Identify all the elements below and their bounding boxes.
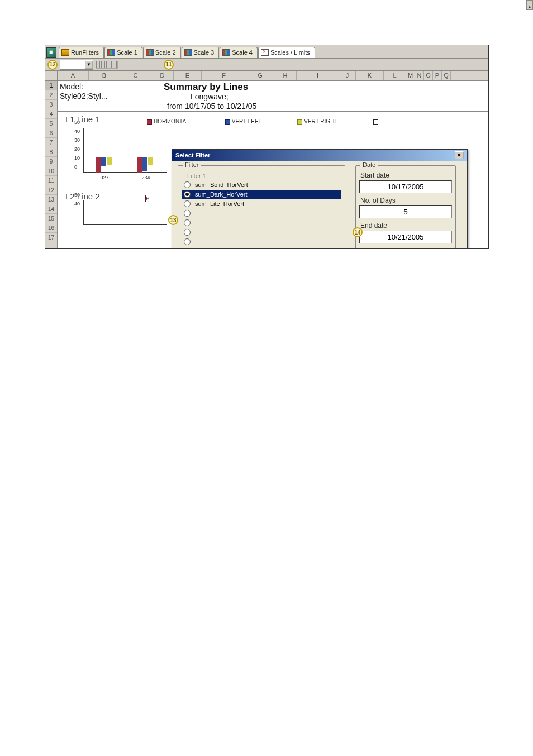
filter-option[interactable]: sum_Solid_HorVert [182,180,341,189]
ytick: 50 [74,192,80,198]
model-label: Model: [60,82,83,91]
ytick: 20 [74,146,80,152]
chart2-axes [83,200,167,225]
filter-option[interactable] [182,218,341,227]
dialog-titlebar[interactable]: Select Filter ✕ [172,150,467,161]
callout-11: 11 [164,60,174,70]
days-input[interactable]: 5 [359,205,452,218]
dialog-title-text: Select Filter [175,152,210,159]
chart-icon [222,49,230,56]
scroll-up-button[interactable]: —▲ [526,0,533,10]
filter-option[interactable]: sum_Lite_HorVert [182,199,341,208]
tab-label: Scale 3 [194,49,215,56]
tab-label: Scales / Limits [270,49,310,56]
bar-vert-right [107,157,112,165]
row-header[interactable]: 1 [45,81,57,90]
col-header[interactable]: E [174,71,202,80]
row-header[interactable]: 7 [45,138,57,147]
col-header[interactable]: K [356,71,384,80]
chart-icon [146,49,154,56]
dialog-body: Filter Filter 1 sum_Solid_HorVert sum_Da… [172,161,467,248]
col-header[interactable]: Q [442,71,451,80]
start-date-input[interactable]: 10/17/2005 [359,180,452,193]
row-header[interactable]: 11 [45,176,57,185]
col-header[interactable]: P [433,71,442,80]
funnel-icon [61,49,69,56]
filter-option[interactable]: sum_Dark_HorVert [182,190,341,199]
row-header[interactable]: 17 [45,233,57,242]
col-header[interactable]: O [424,71,433,80]
row-header[interactable]: 15 [45,214,57,223]
row-header[interactable]: 3 [45,100,57,109]
tab-scale3[interactable]: Scale 3 [182,47,220,58]
tab-label: Scale 2 [155,49,176,56]
col-header[interactable]: M [406,71,415,80]
radio-icon [184,200,191,207]
row-header[interactable]: 13 [45,195,57,204]
filter-option[interactable] [182,237,341,246]
filter-fieldset: Filter Filter 1 sum_Solid_HorVert sum_Da… [178,165,345,248]
toolbar-dropdown[interactable]: ▼ [60,60,93,70]
col-header[interactable]: J [339,71,356,80]
filter-option[interactable] [182,228,341,237]
col-header[interactable]: B [89,71,120,80]
tab-bar: ▣ RunFilters Scale 1 Scale 2 Scale 3 Sca… [45,45,488,59]
tab-scales-limits[interactable]: Scales / Limits [258,47,315,58]
select-filter-dialog: Select Filter ✕ Filter Filter 1 sum_Soli… [172,149,468,248]
tab-label: Scale 1 [117,49,137,56]
tab-runfilters[interactable]: RunFilters [59,47,104,58]
row-header[interactable]: 2 [45,90,57,100]
bar-horizontal [137,157,142,173]
toolbar-grip[interactable] [96,61,118,69]
col-header[interactable]: G [246,71,274,80]
radio-icon [184,191,191,198]
col-header[interactable]: I [297,71,339,80]
callout-13: 13 [168,215,178,225]
chart-icon [107,49,115,56]
app-window: ▣ RunFilters Scale 1 Scale 2 Scale 3 Sca… [45,45,489,249]
col-header[interactable]: F [202,71,246,80]
row-header[interactable]: 9 [45,157,57,166]
col-header[interactable]: C [120,71,151,80]
filter-option[interactable] [182,209,341,218]
col-header[interactable]: D [151,71,174,80]
end-date-input[interactable]: 10/21/2005 [359,231,452,243]
select-all-corner[interactable] [45,71,58,80]
row-header[interactable]: 12 [45,185,57,195]
style-value: Style02;Styl... [60,92,108,101]
chart1-legend: HORIZONTAL VERT LEFT VERT RIGHT [147,118,380,125]
col-header[interactable]: L [384,71,406,80]
row-header[interactable]: 4 [45,109,57,119]
tab-scale1[interactable]: Scale 1 [104,47,142,58]
summary-title: Summary by Lines [164,82,248,93]
col-header[interactable]: A [58,71,89,80]
close-button[interactable]: ✕ [455,151,464,159]
col-header[interactable]: N [415,71,424,80]
row-header[interactable]: 5 [45,119,57,128]
app-menu-icon[interactable]: ▣ [46,47,56,58]
tab-label: RunFilters [71,49,99,56]
end-date-label: End date [360,222,452,229]
callout-12: 12 [47,60,58,70]
bar-vert-right [148,157,153,165]
row-header[interactable]: 16 [45,223,57,233]
limits-icon [261,49,269,56]
chevron-down-icon: ▼ [85,61,93,69]
bar-horizontal [96,157,101,173]
content-area: Model: Style02;Styl... Summary by Lines … [58,81,488,248]
sheet-body: 1 2 3 4 5 6 7 8 9 10 11 12 13 14 15 16 1… [45,81,488,248]
row-header[interactable]: 14 [45,204,57,214]
date-range: from 10/17/05 to 10/21/05 [167,102,256,111]
bar-group [137,157,153,173]
ytick: 30 [74,137,80,143]
row-header[interactable]: 8 [45,147,57,157]
tab-scale4[interactable]: Scale 4 [220,47,258,58]
date-fieldset: Date Start date 10/17/2005 No. of Days 5… [355,165,456,248]
tab-scale2[interactable]: Scale 2 [143,47,181,58]
row-header[interactable]: 10 [45,166,57,176]
radio-icon [184,210,191,217]
col-header[interactable]: H [274,71,297,80]
chart-icon [184,49,192,56]
chart1: 50 40 30 20 10 0 027 234 [70,125,170,180]
row-header[interactable]: 6 [45,128,57,138]
